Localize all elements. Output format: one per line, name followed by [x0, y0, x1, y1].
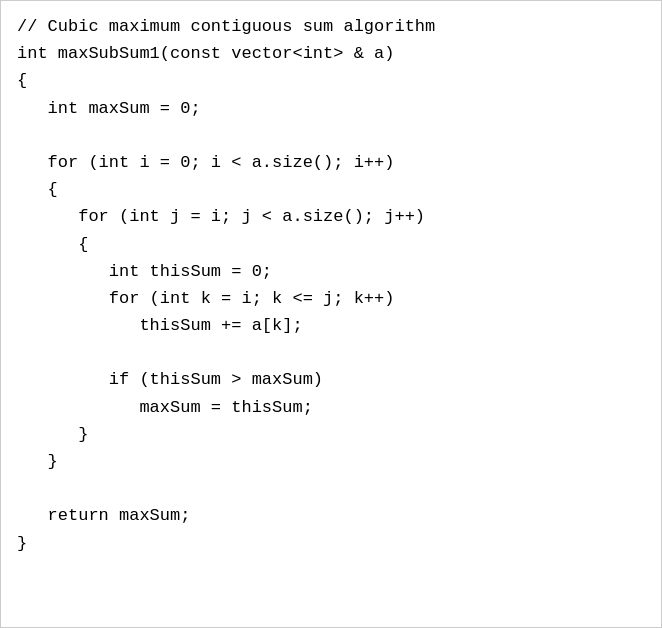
code-line-0: // Cubic maximum contiguous sum algorith… [17, 13, 645, 40]
code-line-19: } [17, 530, 645, 557]
code-line-14: maxSum = thisSum; [17, 394, 645, 421]
code-line-8: { [17, 231, 645, 258]
code-line-7: for (int j = i; j < a.size(); j++) [17, 203, 645, 230]
code-line-1: int maxSubSum1(const vector<int> & a) [17, 40, 645, 67]
code-line-10: for (int k = i; k <= j; k++) [17, 285, 645, 312]
code-line-12 [17, 339, 645, 366]
code-block: // Cubic maximum contiguous sum algorith… [0, 0, 662, 628]
code-line-18: return maxSum; [17, 502, 645, 529]
code-line-17 [17, 475, 645, 502]
code-line-16: } [17, 448, 645, 475]
code-line-6: { [17, 176, 645, 203]
code-line-15: } [17, 421, 645, 448]
code-line-5: for (int i = 0; i < a.size(); i++) [17, 149, 645, 176]
code-line-9: int thisSum = 0; [17, 258, 645, 285]
code-line-2: { [17, 67, 645, 94]
code-line-3: int maxSum = 0; [17, 95, 645, 122]
code-line-11: thisSum += a[k]; [17, 312, 645, 339]
code-line-4 [17, 122, 645, 149]
code-line-13: if (thisSum > maxSum) [17, 366, 645, 393]
